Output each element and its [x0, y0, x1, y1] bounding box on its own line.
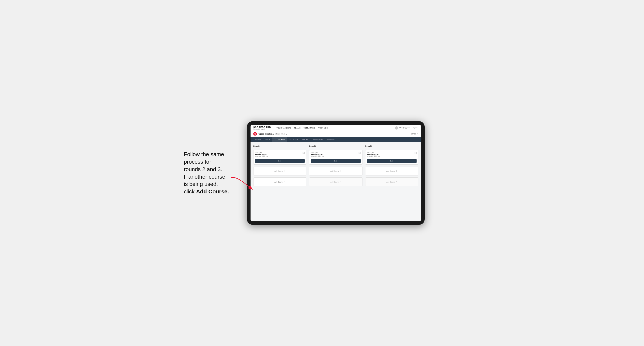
- round-1-add-course-2[interactable]: Add Course +: [253, 177, 306, 186]
- round-2-add-course-1[interactable]: Add Course +: [309, 167, 362, 175]
- round-3-course-label: (Course A): [367, 152, 380, 153]
- instruction-line5: is being used,: [184, 181, 218, 187]
- round-2-plus-icon-1: +: [340, 170, 341, 172]
- round-2-add-course-1-label: Add Course: [330, 170, 339, 172]
- round-2-column: Round 2 (Course A) Peachtree GC Yellow (…: [309, 145, 362, 186]
- arrow-annotation: [229, 174, 257, 193]
- nav-separator: |: [411, 127, 412, 129]
- tab-tee-groups[interactable]: Tee Groups: [287, 137, 300, 142]
- round-1-course-card: (Course A) Peachtree GC Yellow (M) (6629…: [253, 150, 306, 165]
- round-1-remove-button[interactable]: ○: [302, 152, 305, 154]
- tab-leaderboards[interactable]: Leaderboards: [310, 137, 325, 142]
- nav-right: blair@clippd.io | Sign out: [395, 126, 418, 130]
- tab-results[interactable]: Results: [300, 137, 310, 142]
- instruction-line1: Follow the same: [184, 151, 224, 157]
- round-1-course-label: (Course A): [255, 152, 268, 153]
- round-2-title: Round 2: [309, 145, 362, 147]
- nav-rankings[interactable]: RANKINGS: [318, 127, 328, 129]
- page-container: Follow the same process for rounds 2 and…: [184, 121, 460, 225]
- instruction-line2: process for: [184, 159, 211, 165]
- round-1-add-course-1[interactable]: Add Course +: [253, 167, 306, 175]
- round-1-plus-icon-2: +: [284, 181, 285, 183]
- tab-bar: Details Teams Course Setup Tee Groups Re…: [250, 137, 421, 142]
- tablet-frame: SCOREBOARD Powered by clippd TOURNAMENTS…: [247, 121, 425, 225]
- hosting-badge: Hosting: [282, 133, 287, 135]
- round-2-course-info: (Course A) Peachtree GC Yellow (M) (6629…: [311, 152, 324, 158]
- round-2-course-card: (Course A) Peachtree GC Yellow (M) (6629…: [309, 150, 362, 165]
- instruction-line6-bold: Add Course.: [196, 188, 229, 194]
- rounds-container: Round 1 (Course A) Peachtree GC Yellow (…: [253, 145, 418, 186]
- tournament-type: Men: [275, 133, 280, 135]
- round-3-course-card: (Course A) Peachtree GC Yellow (M) (6629…: [365, 150, 418, 165]
- round-3-plus-icon-1: +: [396, 170, 397, 172]
- tab-teams[interactable]: Teams: [263, 137, 272, 142]
- round-3-column: Round 3 (Course A) Peachtree GC Yellow (…: [365, 145, 418, 186]
- instruction-line6: click: [184, 188, 196, 194]
- user-avatar: [395, 126, 398, 130]
- tablet-screen: SCOREBOARD Powered by clippd TOURNAMENTS…: [250, 125, 421, 221]
- round-1-card-header: (Course A) Peachtree GC Yellow (M) (6629…: [255, 152, 305, 158]
- instruction-block: Follow the same process for rounds 2 and…: [184, 151, 239, 195]
- round-1-edit-button[interactable]: Edit: [255, 159, 305, 163]
- round-3-remove-button[interactable]: ○: [414, 152, 416, 154]
- round-1-column: Round 1 (Course A) Peachtree GC Yellow (…: [253, 145, 306, 186]
- round-1-course-name: Peachtree GC: [255, 153, 268, 155]
- nav-links: TOURNAMENTS TEAMS COMMITTEE RANKINGS: [276, 127, 392, 129]
- cancel-x-icon: ✕: [417, 133, 418, 135]
- round-2-course-name: Peachtree GC: [311, 153, 324, 155]
- round-2-add-course-2-label: Add Course: [330, 181, 339, 183]
- round-2-card-header: (Course A) Peachtree GC Yellow (M) (6629…: [311, 152, 360, 158]
- tournament-name: Clippd Invitational: [258, 133, 274, 135]
- main-content: Round 1 (Course A) Peachtree GC Yellow (…: [250, 142, 421, 221]
- sub-header: C Clippd Invitational Men Hosting Cancel…: [250, 131, 421, 137]
- tournament-logo: C: [253, 132, 257, 136]
- top-nav: SCOREBOARD Powered by clippd TOURNAMENTS…: [250, 125, 421, 131]
- round-1-course-info: (Course A) Peachtree GC Yellow (M) (6629…: [255, 152, 268, 158]
- scoreboard-logo: SCOREBOARD Powered by clippd: [253, 126, 271, 130]
- round-3-remove-icon: ○: [415, 152, 416, 154]
- round-1-title: Round 1: [253, 145, 306, 147]
- cancel-button[interactable]: Cancel ✕: [411, 133, 418, 135]
- round-3-edit-button[interactable]: Edit: [367, 159, 416, 163]
- round-3-course-name: Peachtree GC: [367, 153, 380, 155]
- round-2-remove-button[interactable]: ○: [358, 152, 361, 154]
- nav-tournaments[interactable]: TOURNAMENTS: [276, 127, 291, 129]
- round-3-add-course-2-label: Add Course: [386, 181, 395, 183]
- tab-course-setup[interactable]: Course Setup: [272, 137, 287, 142]
- instruction-line4: If another course: [184, 174, 225, 180]
- round-3-course-info: (Course A) Peachtree GC Yellow (M) (6629…: [367, 152, 380, 158]
- round-2-add-course-2: Add Course +: [309, 177, 362, 186]
- round-2-edit-button[interactable]: Edit: [311, 159, 360, 163]
- round-2-remove-icon: ○: [359, 152, 360, 154]
- logo-sub: Powered by clippd: [253, 128, 271, 130]
- tab-details[interactable]: Details: [253, 137, 263, 142]
- round-3-card-header: (Course A) Peachtree GC Yellow (M) (6629…: [367, 152, 416, 158]
- round-3-add-course-2: Add Course +: [365, 177, 418, 186]
- round-1-course-detail: Yellow (M) (6629 yds): [255, 155, 268, 157]
- round-3-title: Round 3: [365, 145, 418, 147]
- round-2-plus-icon-2: +: [340, 181, 341, 183]
- round-3-plus-icon-2: +: [396, 181, 397, 183]
- round-1-plus-icon-1: +: [284, 170, 285, 172]
- logo-title: SCOREBOARD: [253, 126, 271, 128]
- sign-out-link[interactable]: Sign out: [412, 127, 418, 129]
- round-1-remove-icon: ○: [303, 152, 304, 154]
- round-3-course-detail: Yellow (M) (6629 yds): [367, 155, 380, 157]
- tab-printables[interactable]: Printables: [324, 137, 336, 142]
- round-2-course-label: (Course A): [311, 152, 324, 153]
- round-2-course-detail: Yellow (M) (6629 yds): [311, 155, 324, 157]
- round-1-add-course-2-label: Add Course: [274, 181, 283, 183]
- nav-committee[interactable]: COMMITTEE: [304, 127, 315, 129]
- round-1-add-course-1-label: Add Course: [274, 170, 283, 172]
- user-email: blair@clippd.io: [400, 127, 410, 129]
- round-3-add-course-1[interactable]: Add Course +: [365, 167, 418, 175]
- nav-teams[interactable]: TEAMS: [294, 127, 301, 129]
- instruction-line3: rounds 2 and 3.: [184, 166, 222, 172]
- round-3-add-course-1-label: Add Course: [386, 170, 395, 172]
